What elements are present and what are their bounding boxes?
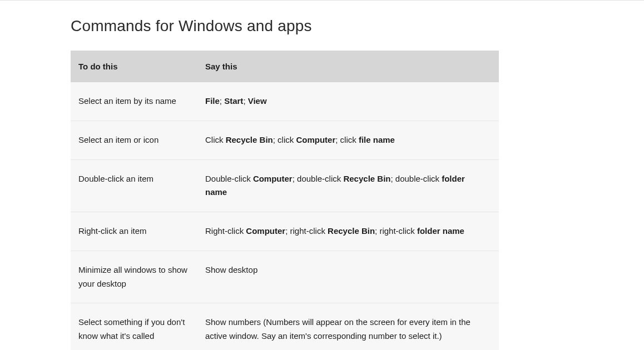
cell-say: Show numbers (Numbers will appear on the…	[197, 303, 499, 350]
page-title: Commands for Windows and apps	[71, 17, 571, 35]
cell-action: Double-click an item	[71, 159, 197, 212]
table-row: Right-click an itemRight-click Computer;…	[71, 212, 499, 251]
cell-action: Select an item or icon	[71, 121, 197, 159]
cell-say: Double-click Computer; double-click Recy…	[197, 159, 499, 212]
col-header-say: Say this	[197, 51, 499, 82]
page-content: Commands for Windows and apps To do this…	[71, 1, 571, 350]
table-row: Select an item by its nameFile; Start; V…	[71, 82, 499, 121]
commands-table: To do this Say this Select an item by it…	[71, 51, 499, 350]
table-row: Select something if you don't know what …	[71, 303, 499, 350]
cell-action: Select something if you don't know what …	[71, 303, 197, 350]
bold-term: Recycle Bin	[328, 226, 375, 236]
cell-action: Right-click an item	[71, 212, 197, 251]
cell-action: Minimize all windows to show your deskto…	[71, 251, 197, 303]
bold-term: Computer	[296, 135, 335, 144]
cell-say: Click Recycle Bin; click Computer; click…	[197, 121, 499, 159]
cell-say: Show desktop	[197, 251, 499, 303]
bold-term: folder name	[205, 174, 465, 197]
bold-term: Recycle Bin	[343, 174, 390, 183]
bold-term: Computer	[253, 174, 293, 183]
commands-tbody: Select an item by its nameFile; Start; V…	[71, 82, 499, 350]
cell-action: Select an item by its name	[71, 82, 197, 121]
bold-term: Recycle Bin	[226, 135, 273, 144]
bold-term: File	[205, 96, 220, 106]
col-header-action: To do this	[71, 51, 197, 82]
cell-say: File; Start; View	[197, 82, 499, 121]
bold-term: folder name	[417, 226, 464, 236]
table-row: Double-click an itemDouble-click Compute…	[71, 159, 499, 212]
bold-term: View	[248, 96, 267, 106]
table-row: Minimize all windows to show your deskto…	[71, 251, 499, 303]
bold-term: Computer	[246, 226, 285, 236]
bold-term: Start	[224, 96, 243, 106]
table-row: Select an item or iconClick Recycle Bin;…	[71, 121, 499, 159]
cell-say: Right-click Computer; right-click Recycl…	[197, 212, 499, 251]
bold-term: file name	[359, 135, 395, 144]
